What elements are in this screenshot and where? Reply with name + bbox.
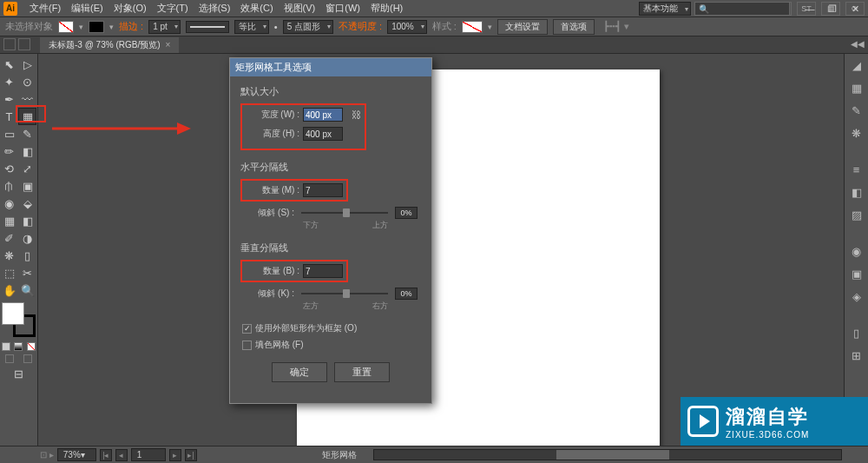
menu-select[interactable]: 选择(S) [194, 2, 236, 15]
ok-button[interactable]: 确定 [272, 362, 327, 382]
rotate-tool[interactable]: ⟲ [0, 160, 18, 177]
scale-tool[interactable]: ⤢ [18, 160, 36, 177]
type-tool[interactable]: T [0, 108, 18, 125]
toolbox: ⬉ ▷ ✦ ⊙ ✒ 〰 T ▦ ▭ ✎ ✏ ◧ ⟲ ⤢ ⫛ ▣ ◉ ⬙ ▦ ◧ … [0, 54, 38, 463]
doc-arrange-icons[interactable] [3, 38, 30, 50]
menu-file[interactable]: 文件(F) [24, 2, 66, 15]
close-window-button[interactable]: ✕ [845, 2, 865, 16]
layers-panel-icon[interactable]: ◈ [848, 288, 865, 304]
next-artboard-button[interactable]: ▸ [169, 449, 181, 461]
color-mode-row[interactable] [0, 341, 37, 353]
workspace-switcher[interactable]: 基本功能 [639, 2, 691, 16]
restore-button[interactable]: ❐ [823, 2, 842, 16]
shape-builder-tool[interactable]: ◉ [0, 195, 18, 212]
uniform-dropdown[interactable]: 等比 [234, 20, 269, 34]
perspective-tool[interactable]: ⬙ [18, 195, 36, 212]
preferences-button[interactable]: 首选项 [553, 19, 595, 35]
width-input[interactable]: 400 px [303, 108, 343, 122]
selection-tool[interactable]: ⬉ [0, 56, 18, 73]
transform-panel-icon[interactable]: ⊞ [848, 347, 865, 363]
hand-tool[interactable]: ✋ [0, 281, 18, 299]
menu-window[interactable]: 窗口(W) [320, 2, 365, 15]
count-b-label: 数量 (B) : [251, 265, 299, 277]
count-m-input[interactable]: 7 [303, 183, 343, 197]
stroke-label: 描边 : [119, 20, 143, 33]
gradient-panel-icon[interactable]: ◧ [848, 184, 865, 200]
symbols-panel-icon[interactable]: ❋ [848, 125, 865, 141]
artboard-tool[interactable]: ⬚ [0, 264, 18, 281]
width-tool[interactable]: ⫛ [0, 177, 18, 195]
slice-tool[interactable]: ✂ [18, 264, 36, 281]
blend-tool[interactable]: ◑ [18, 229, 36, 247]
free-transform-tool[interactable]: ▣ [18, 177, 36, 195]
height-input[interactable]: 400 px [303, 127, 343, 141]
zoom-tool[interactable]: 🔍 [18, 281, 36, 299]
transparency-panel-icon[interactable]: ▨ [848, 207, 865, 222]
top-label: 上方 [372, 220, 388, 231]
screen-mode-row[interactable] [0, 353, 37, 365]
column-graph-tool[interactable]: ▯ [18, 247, 36, 264]
brushes-panel-icon[interactable]: ✎ [848, 103, 865, 118]
appearance-panel-icon[interactable]: ◉ [848, 243, 865, 259]
document-tab[interactable]: 未标题-3 @ 73% (RGB/预览) × [40, 37, 179, 53]
align-panel-icon[interactable]: ▯ [848, 325, 865, 341]
rectangle-tool[interactable]: ▭ [0, 125, 18, 142]
first-artboard-button[interactable]: |◂ [100, 449, 112, 461]
gradient-tool[interactable]: ◧ [18, 212, 36, 229]
expand-panels-icon[interactable]: ◀◀ [851, 39, 865, 49]
menu-type[interactable]: 文字(T) [152, 2, 194, 15]
direct-selection-tool[interactable]: ▷ [18, 56, 36, 73]
stroke-swatch[interactable] [89, 21, 104, 33]
horizontal-scrollbar[interactable] [373, 449, 842, 460]
brush-dropdown[interactable]: 5 点圆形 [283, 20, 333, 34]
fill-grid-checkbox[interactable]: 填色网格 (F) [240, 339, 421, 351]
swatches-panel-icon[interactable]: ▦ [848, 80, 865, 96]
mesh-tool[interactable]: ▦ [0, 212, 18, 229]
rectangular-grid-tool[interactable]: ▦ [18, 108, 36, 125]
width-label: 宽度 (W) : [251, 109, 299, 121]
symbol-sprayer-tool[interactable]: ❋ [0, 247, 18, 264]
style-swatch[interactable] [462, 21, 483, 33]
skew-s-label: 倾斜 (S) : [246, 207, 294, 219]
search-input[interactable]: 🔍 [694, 2, 790, 16]
magic-wand-tool[interactable]: ✦ [0, 73, 18, 90]
eyedropper-tool[interactable]: ✐ [0, 229, 18, 247]
minimize-button[interactable]: — [800, 2, 819, 16]
curvature-tool[interactable]: 〰 [18, 90, 36, 108]
stroke-panel-icon[interactable]: ≡ [848, 162, 865, 177]
document-setup-button[interactable]: 文档设置 [497, 19, 548, 35]
pencil-tool[interactable]: ✏ [0, 142, 18, 160]
menu-edit[interactable]: 编辑(E) [66, 2, 108, 15]
reset-button[interactable]: 重置 [334, 362, 390, 382]
paintbrush-tool[interactable]: ✎ [18, 125, 36, 142]
prev-artboard-button[interactable]: ◂ [115, 449, 128, 461]
graphic-styles-panel-icon[interactable]: ▣ [848, 266, 865, 281]
constrain-icon[interactable]: ⛓ [352, 109, 361, 120]
color-panel-icon[interactable]: ◢ [848, 57, 865, 73]
stroke-weight-dropdown[interactable]: 1 pt [148, 20, 181, 34]
lasso-tool[interactable]: ⊙ [18, 73, 36, 90]
eraser-tool[interactable]: ◧ [18, 142, 36, 160]
fill-swatch[interactable] [58, 21, 74, 33]
fill-stroke-control[interactable] [2, 302, 36, 337]
last-artboard-button[interactable]: ▸| [185, 449, 197, 461]
stroke-profile[interactable] [186, 21, 229, 33]
skew-k-slider[interactable] [301, 293, 388, 294]
use-frame-checkbox[interactable]: ✓使用外部矩形作为框架 (O) [240, 322, 421, 334]
count-m-label: 数量 (M) : [251, 184, 299, 196]
screen-mode-button[interactable]: ⊟ [0, 365, 36, 382]
play-icon [687, 406, 719, 437]
opacity-dropdown[interactable]: 100% [387, 20, 427, 34]
artboard-number[interactable]: 1 [131, 448, 166, 461]
menu-object[interactable]: 对象(O) [108, 2, 152, 15]
skew-s-slider[interactable] [301, 212, 388, 214]
menu-help[interactable]: 帮助(H) [365, 2, 408, 15]
skew-s-value: 0% [395, 207, 418, 219]
watermark: 溜溜自学 ZIXUE.3D66.COM [681, 397, 868, 446]
menu-effect[interactable]: 效果(C) [235, 2, 278, 15]
menu-view[interactable]: 视图(V) [279, 2, 321, 15]
zoom-level[interactable]: 73% ▾ [57, 448, 96, 461]
pen-tool[interactable]: ✒ [0, 90, 18, 108]
close-tab-icon[interactable]: × [166, 40, 171, 50]
count-b-input[interactable]: 7 [303, 264, 343, 278]
